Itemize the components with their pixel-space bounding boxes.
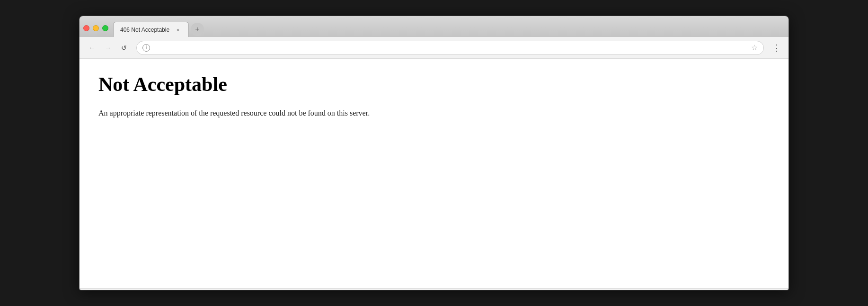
back-icon: ← <box>89 44 95 52</box>
traffic-lights <box>83 25 113 37</box>
tabs-area: 406 Not Acceptable × + <box>113 22 785 37</box>
back-button[interactable]: ← <box>85 41 98 54</box>
tab-title: 406 Not Acceptable <box>120 27 170 33</box>
reload-icon: ↺ <box>121 44 127 52</box>
nav-bar: ← → ↺ i ☆ ⋮ <box>80 37 788 59</box>
page-content: Not Acceptable An appropriate representa… <box>80 59 788 288</box>
info-symbol: i <box>146 45 147 50</box>
browser-window: 406 Not Acceptable × + ← → ↺ i ☆ ⋮ Not A… <box>79 16 789 290</box>
forward-button[interactable]: → <box>101 41 115 54</box>
error-heading: Not Acceptable <box>98 73 770 96</box>
bookmark-icon[interactable]: ☆ <box>751 43 758 52</box>
maximize-button[interactable] <box>102 25 108 31</box>
browser-menu-button[interactable]: ⋮ <box>770 41 783 54</box>
new-tab-button[interactable]: + <box>191 23 204 36</box>
address-bar[interactable]: i ☆ <box>136 41 764 55</box>
minimize-button[interactable] <box>93 25 99 31</box>
security-info-icon[interactable]: i <box>142 44 150 52</box>
forward-icon: → <box>105 44 111 52</box>
browser-tab[interactable]: 406 Not Acceptable × <box>113 22 189 37</box>
title-bar: 406 Not Acceptable × + <box>80 16 788 37</box>
tab-close-button[interactable]: × <box>174 26 182 34</box>
close-button[interactable] <box>83 25 89 31</box>
error-description: An appropriate representation of the req… <box>98 107 770 119</box>
bottom-bar <box>80 288 788 290</box>
reload-button[interactable]: ↺ <box>117 41 131 54</box>
